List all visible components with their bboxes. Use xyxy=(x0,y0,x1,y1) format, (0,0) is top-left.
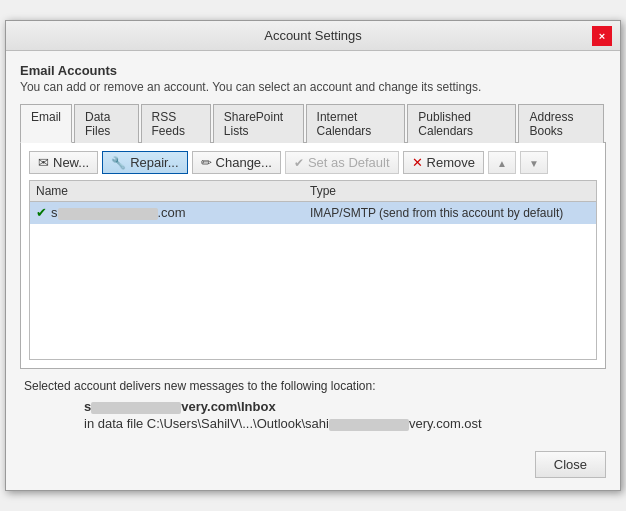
deliver-location: svery.com\Inbox in data file C:\Users\Sa… xyxy=(84,399,602,431)
tab-published-calendars[interactable]: Published Calendars xyxy=(407,104,516,143)
repair-button[interactable]: Repair... xyxy=(102,151,187,174)
deliver-text: Selected account delivers new messages t… xyxy=(24,379,602,393)
move-up-icon xyxy=(497,155,507,170)
remove-button[interactable]: Remove xyxy=(403,151,484,174)
account-list[interactable]: Name Type ✔ s.com IMAP/SMTP (send from t… xyxy=(29,180,597,360)
tab-data-files[interactable]: Data Files xyxy=(74,104,139,143)
inbox-path: svery.com\Inbox xyxy=(84,399,602,414)
title-bar: Account Settings × xyxy=(6,21,620,51)
account-settings-dialog: Account Settings × Email Accounts You ca… xyxy=(5,20,621,491)
new-icon xyxy=(38,155,49,170)
account-name: s.com xyxy=(51,205,310,220)
set-default-label: Set as Default xyxy=(308,155,390,170)
dialog-close-button[interactable]: × xyxy=(592,26,612,46)
dialog-body: Email Accounts You can add or remove an … xyxy=(6,51,620,443)
tab-content-email: New... Repair... Change... Set as Defaul… xyxy=(20,143,606,369)
section-header: Email Accounts xyxy=(20,63,606,78)
list-header: Name Type xyxy=(30,181,596,202)
redacted-name xyxy=(58,208,158,220)
change-button[interactable]: Change... xyxy=(192,151,281,174)
tab-internet-calendars[interactable]: Internet Calendars xyxy=(306,104,406,143)
tab-address-books[interactable]: Address Books xyxy=(518,104,604,143)
tab-sharepoint-lists[interactable]: SharePoint Lists xyxy=(213,104,304,143)
set-default-icon xyxy=(294,155,304,170)
datafile-path: in data file C:\Users\SahilV\...\Outlook… xyxy=(84,416,602,431)
remove-label: Remove xyxy=(427,155,475,170)
remove-icon xyxy=(412,155,423,170)
close-button[interactable]: Close xyxy=(535,451,606,478)
set-default-button[interactable]: Set as Default xyxy=(285,151,399,174)
new-label: New... xyxy=(53,155,89,170)
bottom-info: Selected account delivers new messages t… xyxy=(20,379,606,431)
tab-bar: Email Data Files RSS Feeds SharePoint Li… xyxy=(20,104,606,143)
tab-rss-feeds[interactable]: RSS Feeds xyxy=(141,104,211,143)
tab-email[interactable]: Email xyxy=(20,104,72,143)
table-row[interactable]: ✔ s.com IMAP/SMTP (send from this accoun… xyxy=(30,202,596,224)
change-label: Change... xyxy=(216,155,272,170)
redacted-inbox xyxy=(91,402,181,414)
repair-icon xyxy=(111,155,126,170)
move-down-button[interactable] xyxy=(520,151,548,174)
column-header-type: Type xyxy=(310,184,590,198)
dialog-title: Account Settings xyxy=(34,28,592,43)
account-type: IMAP/SMTP (send from this account by def… xyxy=(310,206,590,220)
dialog-footer: Close xyxy=(6,443,620,490)
section-description: You can add or remove an account. You ca… xyxy=(20,80,606,94)
column-header-name: Name xyxy=(36,184,310,198)
move-up-button[interactable] xyxy=(488,151,516,174)
change-icon xyxy=(201,155,212,170)
redacted-datafile xyxy=(329,419,409,431)
new-button[interactable]: New... xyxy=(29,151,98,174)
move-down-icon xyxy=(529,155,539,170)
check-icon: ✔ xyxy=(36,205,47,220)
repair-label: Repair... xyxy=(130,155,178,170)
toolbar: New... Repair... Change... Set as Defaul… xyxy=(29,151,597,174)
